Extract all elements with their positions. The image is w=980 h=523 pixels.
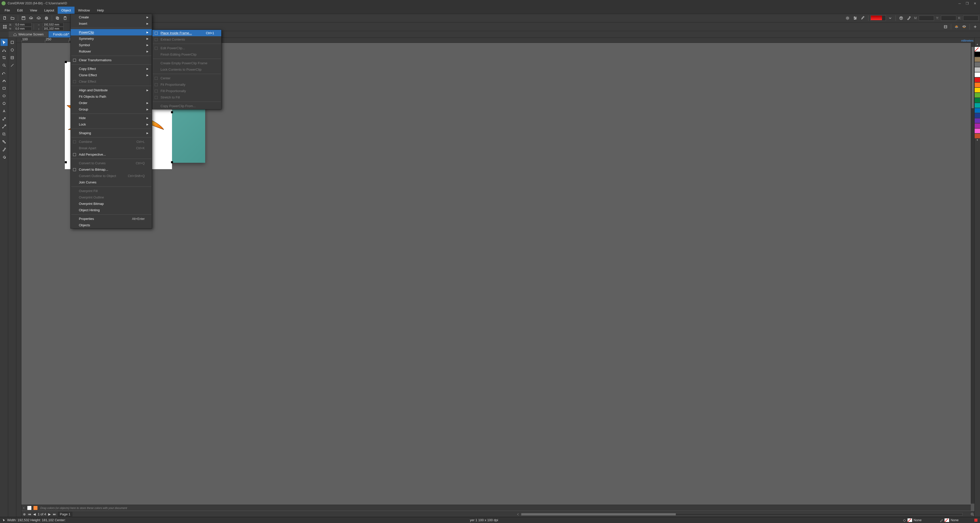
- connector-tool[interactable]: [0, 123, 8, 130]
- palette-swatch[interactable]: [975, 113, 980, 118]
- minimize-button[interactable]: ─: [956, 1, 963, 6]
- palette-no-color[interactable]: [975, 47, 980, 51]
- menu-item[interactable]: Clear Transformations: [71, 57, 152, 63]
- k-field[interactable]: [963, 16, 978, 21]
- drop-shadow-tool[interactable]: [0, 130, 8, 138]
- palette-swatch[interactable]: [975, 134, 980, 138]
- parallel-dimension-tool[interactable]: [0, 115, 8, 122]
- h-scroll-thumb[interactable]: [522, 513, 676, 515]
- menu-item[interactable]: Create▶: [71, 14, 152, 21]
- open-icon[interactable]: [9, 15, 16, 21]
- menu-item[interactable]: Align and Distribute▶: [71, 87, 152, 93]
- menu-item[interactable]: Symbol▶: [71, 42, 152, 48]
- menu-help[interactable]: Help: [94, 6, 107, 14]
- menu-item[interactable]: Lock▶: [71, 121, 152, 127]
- canvas[interactable]: ×: [21, 43, 971, 509]
- origin-icon[interactable]: [2, 24, 8, 30]
- palette-swatch[interactable]: [975, 52, 980, 57]
- transparency-tool[interactable]: [0, 138, 8, 145]
- color-proof-icon[interactable]: [974, 518, 978, 522]
- gear-icon[interactable]: [844, 15, 851, 21]
- wrap-icon[interactable]: [942, 24, 949, 30]
- eyedropper-icon[interactable]: [905, 15, 912, 21]
- menu-item[interactable]: Join Curves: [71, 179, 152, 186]
- palette-swatch[interactable]: [975, 103, 980, 108]
- palette-swatch[interactable]: [975, 72, 980, 77]
- ruler-origin[interactable]: [16, 38, 21, 43]
- crop-tool[interactable]: [0, 54, 8, 61]
- palette-swatch[interactable]: [975, 118, 980, 123]
- menu-item[interactable]: Clone Effect▶: [71, 72, 152, 78]
- palette-swatch[interactable]: [975, 129, 980, 133]
- menu-item[interactable]: Copy Effect▶: [71, 65, 152, 72]
- fly-tool-2[interactable]: [9, 46, 16, 54]
- pen-icon[interactable]: [859, 15, 866, 21]
- palette-swatch[interactable]: [975, 108, 980, 113]
- width-value[interactable]: 192,532 mm: [43, 23, 64, 27]
- doc-palette-chip-none[interactable]: [27, 506, 32, 510]
- artistic-media-tool[interactable]: [0, 77, 8, 84]
- maximize-button[interactable]: ❐: [964, 1, 971, 6]
- scroll-left-icon[interactable]: [517, 513, 520, 516]
- palette-swatch[interactable]: [975, 62, 980, 67]
- cloud-up-icon[interactable]: [28, 15, 35, 21]
- palette-icon[interactable]: [898, 15, 904, 21]
- last-page-icon[interactable]: ⏭: [53, 512, 56, 516]
- menu-item[interactable]: Place Inside Frame...Ctrl+1: [152, 30, 221, 36]
- add-icon[interactable]: [972, 24, 978, 30]
- selection-handle-nw[interactable]: [65, 61, 67, 63]
- menu-item[interactable]: Add Perspective...: [71, 151, 152, 158]
- menu-item[interactable]: Object Hinting: [71, 207, 152, 213]
- palette-swatch[interactable]: [975, 93, 980, 97]
- shape-tool[interactable]: [0, 46, 8, 54]
- outline-swatch-none[interactable]: [945, 518, 949, 522]
- menu-window[interactable]: Window: [75, 6, 94, 14]
- menu-item[interactable]: Hide▶: [71, 115, 152, 121]
- paste-icon[interactable]: [62, 15, 68, 21]
- rectangle-tool[interactable]: [0, 85, 8, 92]
- height-value[interactable]: 181,102 mm: [43, 27, 64, 30]
- menu-item[interactable]: Order▶: [71, 100, 152, 106]
- zoom-tool[interactable]: [0, 62, 8, 69]
- document-palette[interactable]: Drag colors (or objects) here to store t…: [21, 505, 971, 511]
- selection-handle-se[interactable]: [171, 161, 173, 163]
- text-tool[interactable]: [0, 108, 8, 115]
- y-field[interactable]: [941, 16, 956, 21]
- eyedropper-tool[interactable]: [0, 146, 8, 153]
- cloud-down-icon[interactable]: [35, 15, 42, 21]
- menu-file[interactable]: File: [1, 6, 14, 14]
- page-tab[interactable]: Page 1: [58, 512, 73, 517]
- palette-swatch[interactable]: [975, 124, 980, 128]
- menu-item[interactable]: Objects: [71, 222, 152, 228]
- v-scroll-thumb[interactable]: [972, 47, 974, 108]
- fly-tool-4[interactable]: [9, 62, 16, 69]
- pick-tool[interactable]: [0, 39, 8, 46]
- fly-tool-3[interactable]: [9, 54, 16, 61]
- menu-item[interactable]: Insert▶: [71, 21, 152, 27]
- polygon-tool[interactable]: [0, 100, 8, 107]
- ellipse-tool[interactable]: [0, 92, 8, 100]
- prev-page-icon[interactable]: ◀: [33, 512, 36, 516]
- menu-item[interactable]: Overprint Bitmap: [71, 200, 152, 207]
- palette-swatch[interactable]: [975, 98, 980, 103]
- fill-swatch-none[interactable]: [907, 518, 912, 522]
- selection-handle-sw[interactable]: [65, 161, 67, 163]
- save-icon[interactable]: [20, 15, 27, 21]
- menu-item[interactable]: Symmetry▶: [71, 35, 152, 42]
- fly-tool-1[interactable]: [9, 39, 16, 46]
- print-icon[interactable]: [43, 15, 50, 21]
- palette-swatch[interactable]: [975, 67, 980, 72]
- doc-palette-chip[interactable]: [33, 506, 38, 510]
- menu-view[interactable]: View: [26, 6, 41, 14]
- freehand-tool[interactable]: [0, 69, 8, 76]
- ruler-vertical[interactable]: [16, 43, 21, 517]
- object-menu[interactable]: Create▶Insert▶PowerClip▶Symmetry▶Symbol▶…: [70, 14, 152, 229]
- chevron-left-icon[interactable]: [22, 506, 25, 509]
- menu-layout[interactable]: Layout: [41, 6, 58, 14]
- palette-scroll-down-icon[interactable]: ▼: [975, 139, 980, 142]
- layer-back-icon[interactable]: [961, 24, 967, 30]
- selection-handle-e[interactable]: [171, 111, 173, 113]
- x-value[interactable]: 0,0 mm: [14, 23, 32, 27]
- vertical-scrollbar[interactable]: [971, 43, 974, 504]
- palette-swatch[interactable]: [975, 78, 980, 82]
